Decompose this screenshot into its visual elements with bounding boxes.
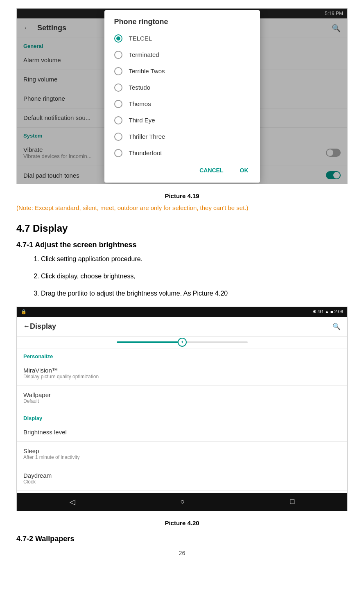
radio-2 bbox=[114, 67, 122, 75]
back-nav-420[interactable]: ◁ bbox=[70, 497, 75, 506]
brightness-track[interactable] bbox=[117, 341, 248, 343]
radio-6 bbox=[114, 133, 122, 141]
brightness-thumb[interactable] bbox=[178, 338, 187, 347]
radio-4 bbox=[114, 100, 122, 108]
dialog-item-4[interactable]: Themos bbox=[104, 96, 260, 112]
screenshot-420: 🔒 ✱ 4G ▲ ■ 2:08 ← Display 🔍 Personalize bbox=[16, 307, 348, 511]
status-bar-420: 🔒 ✱ 4G ▲ ■ 2:08 bbox=[17, 307, 347, 317]
miravision-item[interactable]: MiraVision™ Display picture quality opti… bbox=[17, 361, 347, 386]
dialog-item-0[interactable]: TELCEL bbox=[104, 30, 260, 47]
cancel-button-419[interactable]: Cancel bbox=[194, 165, 228, 176]
caption-420: Picture 4.20 bbox=[16, 519, 348, 526]
radio-1 bbox=[114, 51, 122, 59]
dialog-label-0: TELCEL bbox=[129, 35, 152, 42]
step-1: Click setting application procedure. bbox=[41, 254, 348, 264]
personalize-section: Personalize bbox=[17, 348, 347, 361]
home-nav-420[interactable]: ○ bbox=[181, 497, 185, 506]
status-right-420: ✱ 4G ▲ ■ 2:08 bbox=[312, 309, 343, 314]
screenshot-419: 5:19 PM ← Settings 🔍 General Alarm volum… bbox=[16, 8, 348, 184]
dialog-item-7[interactable]: Thunderfoot bbox=[104, 145, 260, 161]
dialog-item-1[interactable]: Terminated bbox=[104, 47, 260, 63]
brightness-popup bbox=[17, 336, 347, 348]
radio-7 bbox=[114, 149, 122, 157]
dialog-item-6[interactable]: Thriller Three bbox=[104, 129, 260, 145]
brightness-fill bbox=[117, 341, 182, 343]
dialog-title-419: Phone ringtone bbox=[104, 10, 260, 30]
status-lock-icon: 🔒 bbox=[21, 309, 27, 314]
radio-3 bbox=[114, 84, 122, 92]
note-text: (Note: Except standard, silent, meet, ou… bbox=[16, 203, 348, 213]
android-screen-420: 🔒 ✱ 4G ▲ ■ 2:08 ← Display 🔍 Personalize bbox=[17, 307, 347, 511]
display-section-header-420: Display bbox=[17, 410, 347, 423]
document-wrapper: 5:19 PM ← Settings 🔍 General Alarm volum… bbox=[0, 8, 364, 579]
wallpaper-item[interactable]: Wallpaper Default bbox=[17, 386, 347, 410]
dialog-item-5[interactable]: Third Eye bbox=[104, 112, 260, 129]
dialog-label-5: Third Eye bbox=[129, 117, 155, 124]
caption-419: Picture 4.19 bbox=[16, 192, 348, 199]
dialog-label-3: Testudo bbox=[129, 84, 151, 91]
bottom-nav-420: ◁ ○ □ bbox=[17, 493, 347, 511]
daydream-item[interactable]: Daydream Clock bbox=[17, 466, 347, 491]
page-number: 26 bbox=[16, 550, 348, 556]
search-icon-420[interactable]: 🔍 bbox=[332, 323, 341, 330]
sleep-item[interactable]: Sleep After 1 minute of inactivity bbox=[17, 442, 347, 466]
dialog-label-4: Themos bbox=[129, 100, 151, 107]
dialog-items-list: TELCELTerminatedTerrible TwosTestudoThem… bbox=[104, 30, 260, 161]
android-screen-419: 5:19 PM ← Settings 🔍 General Alarm volum… bbox=[17, 9, 347, 184]
dialog-actions-419: Cancel OK bbox=[104, 161, 260, 183]
section-47-heading: 4.7 Display bbox=[16, 223, 348, 234]
display-header: ← Display 🔍 bbox=[17, 317, 347, 336]
display-title: Display bbox=[30, 322, 332, 331]
dialog-overlay-419: Phone ringtone TELCELTerminatedTerrible … bbox=[17, 9, 347, 184]
dialog-label-1: Terminated bbox=[129, 51, 159, 58]
steps-list-471: Click setting application procedure. Cli… bbox=[41, 254, 348, 298]
dialog-label-6: Thriller Three bbox=[129, 133, 165, 140]
back-arrow-420[interactable]: ← bbox=[23, 323, 30, 330]
step-2: Click display, choose brightness, bbox=[41, 271, 348, 281]
dialog-item-2[interactable]: Terrible Twos bbox=[104, 63, 260, 79]
dialog-label-2: Terrible Twos bbox=[129, 68, 165, 75]
radio-5 bbox=[114, 116, 122, 124]
recents-nav-420[interactable]: □ bbox=[290, 497, 295, 506]
radio-0 bbox=[114, 34, 122, 43]
section-472-heading: 4.7-2 Wallpapers bbox=[16, 535, 348, 543]
dialog-item-3[interactable]: Testudo bbox=[104, 79, 260, 96]
ok-button-419[interactable]: OK bbox=[235, 165, 253, 176]
section-471-heading: 4.7-1 Adjust the screen brightness bbox=[16, 241, 348, 249]
display-settings-list: Personalize MiraVision™ Display picture … bbox=[17, 348, 347, 493]
dialog-box-419: Phone ringtone TELCELTerminatedTerrible … bbox=[104, 10, 260, 183]
step-3: Drag the portlito to adjust the brightne… bbox=[41, 289, 348, 298]
brightness-level-item[interactable]: Brightness level bbox=[17, 423, 347, 442]
dialog-label-7: Thunderfoot bbox=[129, 149, 162, 156]
